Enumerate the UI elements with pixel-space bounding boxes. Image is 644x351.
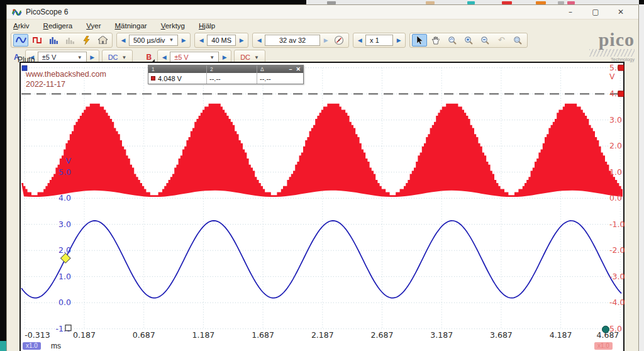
zoom-prev-arrow[interactable]: ◀ bbox=[355, 37, 364, 43]
chevron-down-icon: ▼ bbox=[122, 55, 127, 60]
annotation-text: www.thebackshed.com 2022-11-17 bbox=[26, 69, 106, 89]
left-axis-offset-handle[interactable] bbox=[65, 325, 71, 331]
x-scale-badge-right[interactable]: x1.0 bbox=[594, 342, 613, 350]
samples-next-arrow[interactable]: ▶ bbox=[237, 37, 246, 43]
meas-col1-header: 1 bbox=[148, 65, 207, 73]
timebase-select[interactable]: 500 µs/div ▼ bbox=[129, 35, 178, 46]
samples-select[interactable]: 40 MS bbox=[207, 35, 236, 46]
magnifier-marquee-icon bbox=[513, 36, 522, 45]
samples-value: 40 MS bbox=[211, 36, 231, 44]
channel-a-range-value: ±5 V bbox=[42, 53, 57, 61]
brand-name: pico bbox=[572, 31, 635, 48]
annotation-line1: www.thebackshed.com bbox=[26, 69, 106, 79]
menu-vyer[interactable]: Vyer bbox=[86, 22, 101, 30]
minimize-button[interactable]: – bbox=[558, 6, 583, 19]
axis-labels: V5.04.03.02.01.00.0-1.0V5.04.03.02.01.00… bbox=[25, 63, 625, 340]
meas-col2-header: 2 bbox=[207, 65, 257, 73]
buffer-overview-button[interactable] bbox=[331, 34, 347, 47]
close-button[interactable]: ✕ bbox=[608, 6, 633, 19]
svg-text:1.0: 1.0 bbox=[58, 272, 71, 281]
chevron-down-icon: ▼ bbox=[169, 37, 174, 43]
magnifier-wave-icon bbox=[448, 36, 457, 45]
zoom-out-button[interactable] bbox=[477, 34, 492, 47]
waveform-canvas: V5.04.03.02.01.00.0-1.0V5.04.03.02.01.00… bbox=[21, 63, 623, 351]
svg-text:1.687: 1.687 bbox=[252, 330, 274, 340]
time-unit-label: ms bbox=[51, 342, 61, 350]
annotation-line2: 2022-11-17 bbox=[26, 79, 106, 89]
background-taskbar-fragment bbox=[0, 341, 6, 351]
timebase-value: 500 µs/div bbox=[133, 36, 165, 44]
setup-wizard-button[interactable] bbox=[79, 34, 94, 47]
menu-hjalp[interactable]: Hjälp bbox=[199, 22, 215, 30]
cursor-arrow-icon bbox=[416, 36, 423, 45]
channel-a-coupling-value: DC bbox=[108, 53, 118, 61]
channel-b-coupling-value: DC bbox=[240, 53, 250, 61]
zoom-factor-box[interactable]: x 1 bbox=[365, 35, 393, 46]
svg-text:0.687: 0.687 bbox=[133, 330, 155, 340]
buffer-position[interactable]: 32 av 32 bbox=[265, 35, 320, 46]
zoom-tool-button[interactable] bbox=[445, 34, 460, 47]
channel-b-range-next[interactable]: ▶ bbox=[220, 54, 229, 60]
x-scale-badge-left[interactable]: x1.0 bbox=[23, 342, 41, 350]
samples-prev-arrow[interactable]: ◀ bbox=[197, 37, 206, 43]
timebase-prev-arrow[interactable]: ◀ bbox=[119, 37, 128, 43]
title-bar[interactable]: PicoScope 6 – ▢ ✕ bbox=[7, 5, 638, 20]
persistence-mode-button[interactable] bbox=[30, 34, 45, 47]
meas-close-icon[interactable]: ✕ bbox=[296, 66, 301, 72]
measurement-panel[interactable]: 1 2 Δ – ✕ 4.048 V --.-- --.-- bbox=[148, 65, 304, 84]
scope-mode-button[interactable] bbox=[13, 34, 28, 47]
spectrum-bars-icon bbox=[49, 36, 58, 44]
timebase-next-arrow[interactable]: ▶ bbox=[179, 37, 188, 43]
channel-a-range-next[interactable]: ▶ bbox=[88, 54, 97, 60]
menu-arkiv[interactable]: Arkiv bbox=[13, 22, 30, 30]
logo-hatch-graphic bbox=[589, 49, 635, 57]
timebase-group: ◀ 500 µs/div ▼ ▶ bbox=[116, 33, 191, 48]
svg-text:-1.0: -1.0 bbox=[609, 220, 625, 229]
svg-text:-0.313: -0.313 bbox=[25, 330, 50, 340]
menu-verktyg[interactable]: Verktyg bbox=[161, 22, 185, 30]
svg-text:1.187: 1.187 bbox=[192, 330, 215, 340]
channel-a-axis-handle[interactable] bbox=[618, 65, 624, 70]
measurement-panel-values: 4.048 V --.-- --.-- bbox=[148, 73, 303, 84]
svg-text:-3.0: -3.0 bbox=[609, 272, 625, 281]
meas-minimize-icon[interactable]: – bbox=[289, 66, 292, 72]
channel-b-range-prev[interactable]: ◀ bbox=[160, 54, 169, 60]
zoom-next-arrow[interactable]: ▶ bbox=[394, 37, 403, 43]
scope-waveform-icon bbox=[16, 36, 26, 44]
scope-plot-area[interactable]: V5.04.03.02.01.00.0-1.0V5.04.03.02.01.00… bbox=[19, 62, 625, 351]
buffer-prev-arrow[interactable]: ◀ bbox=[255, 37, 264, 43]
channel-b-range-value: ±5 V bbox=[174, 53, 189, 61]
buffer-next-arrow[interactable]: ▶ bbox=[321, 37, 330, 43]
teal-axis-marker[interactable] bbox=[602, 326, 609, 333]
meas-col3-header: Δ bbox=[257, 65, 284, 73]
lightning-icon bbox=[82, 36, 91, 45]
chevron-down-icon: ▼ bbox=[77, 55, 82, 60]
select-tool-button[interactable] bbox=[412, 34, 427, 47]
gray-bars-icon bbox=[65, 36, 75, 44]
svg-text:4.0: 4.0 bbox=[58, 193, 71, 203]
home-button[interactable] bbox=[95, 34, 110, 47]
svg-text:2.687: 2.687 bbox=[371, 330, 394, 340]
measurement-panel-header[interactable]: 1 2 Δ – ✕ bbox=[148, 65, 303, 73]
svg-text:4.187: 4.187 bbox=[550, 330, 572, 340]
svg-text:V: V bbox=[609, 72, 615, 81]
chevron-down-icon: ▼ bbox=[209, 55, 214, 60]
axis-handles-and-markers[interactable] bbox=[22, 65, 624, 333]
svg-text:0.0: 0.0 bbox=[609, 193, 622, 203]
pointer-tools-group: ↶ bbox=[409, 33, 528, 48]
menu-redigera[interactable]: Redigera bbox=[43, 22, 73, 30]
hand-icon bbox=[431, 36, 440, 45]
svg-text:5.0: 5.0 bbox=[58, 167, 71, 177]
spectrum-mode-button[interactable] bbox=[46, 34, 61, 47]
zoom-in-button[interactable] bbox=[461, 34, 476, 47]
svg-text:-4.0: -4.0 bbox=[609, 298, 625, 307]
pan-tool-button[interactable] bbox=[428, 34, 443, 47]
window-title: PicoScope 6 bbox=[26, 8, 68, 16]
maximize-button[interactable]: ▢ bbox=[583, 6, 608, 19]
marquee-zoom-button[interactable] bbox=[510, 34, 525, 47]
view-tab-pluto[interactable]: Pluto bbox=[18, 55, 35, 64]
extra-mode-button-disabled bbox=[62, 34, 77, 47]
menu-matningar[interactable]: Mätningar bbox=[114, 22, 147, 30]
channel-a-axis-handle[interactable] bbox=[618, 91, 624, 97]
samples-group: ◀ 40 MS ▶ bbox=[194, 33, 248, 48]
